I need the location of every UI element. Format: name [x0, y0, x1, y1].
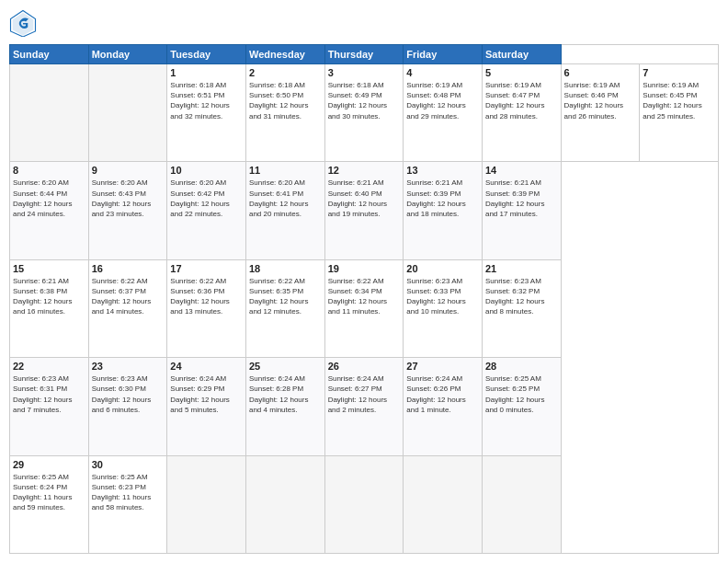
- week-row-1: 1 Sunrise: 6:18 AMSunset: 6:51 PMDayligh…: [10, 64, 719, 162]
- calendar-cell: [482, 455, 561, 553]
- calendar-cell: 6 Sunrise: 6:19 AMSunset: 6:46 PMDayligh…: [561, 64, 640, 162]
- calendar-cell: 25 Sunrise: 6:24 AMSunset: 6:28 PMDaylig…: [245, 358, 324, 455]
- day-info: Sunrise: 6:21 AMSunset: 6:38 PMDaylight:…: [13, 276, 85, 317]
- day-info: Sunrise: 6:20 AMSunset: 6:42 PMDaylight:…: [170, 178, 243, 219]
- day-info: Sunrise: 6:18 AMSunset: 6:50 PMDaylight:…: [249, 80, 322, 121]
- day-number: 13: [406, 165, 479, 176]
- day-info: Sunrise: 6:24 AMSunset: 6:27 PMDaylight:…: [328, 373, 401, 415]
- day-number: 7: [643, 67, 715, 78]
- day-info: Sunrise: 6:23 AMSunset: 6:31 PMDaylight:…: [13, 373, 85, 415]
- day-number: 8: [13, 165, 85, 176]
- day-number: 26: [328, 361, 401, 372]
- day-info: Sunrise: 6:24 AMSunset: 6:26 PMDaylight:…: [406, 373, 479, 415]
- weekday-header-monday: Monday: [88, 45, 167, 64]
- day-number: 25: [249, 361, 322, 372]
- calendar-cell: 23 Sunrise: 6:23 AMSunset: 6:30 PMDaylig…: [88, 358, 167, 455]
- day-number: 10: [170, 165, 243, 176]
- day-info: Sunrise: 6:22 AMSunset: 6:35 PMDaylight:…: [249, 276, 322, 317]
- calendar-cell: 7 Sunrise: 6:19 AMSunset: 6:45 PMDayligh…: [640, 64, 719, 162]
- day-number: 19: [328, 263, 401, 274]
- weekday-header-wednesday: Wednesday: [245, 45, 324, 64]
- day-info: Sunrise: 6:19 AMSunset: 6:47 PMDaylight:…: [485, 80, 558, 121]
- day-info: Sunrise: 6:24 AMSunset: 6:28 PMDaylight:…: [249, 373, 322, 415]
- day-info: Sunrise: 6:20 AMSunset: 6:43 PMDaylight:…: [92, 178, 165, 219]
- week-row-3: 15 Sunrise: 6:21 AMSunset: 6:38 PMDaylig…: [10, 259, 719, 357]
- day-number: 30: [92, 459, 165, 470]
- calendar-cell: 9 Sunrise: 6:20 AMSunset: 6:43 PMDayligh…: [88, 162, 167, 259]
- weekday-header-row: SundayMondayTuesdayWednesdayThursdayFrid…: [10, 45, 719, 64]
- day-number: 14: [485, 165, 558, 176]
- calendar-cell: 10 Sunrise: 6:20 AMSunset: 6:42 PMDaylig…: [167, 162, 246, 259]
- calendar-cell: 8 Sunrise: 6:20 AMSunset: 6:44 PMDayligh…: [10, 162, 89, 259]
- day-info: Sunrise: 6:21 AMSunset: 6:39 PMDaylight:…: [406, 178, 479, 219]
- calendar-cell: 26 Sunrise: 6:24 AMSunset: 6:27 PMDaylig…: [324, 358, 404, 455]
- calendar-cell: [404, 455, 483, 553]
- day-number: 1: [170, 67, 243, 78]
- calendar-cell: 18 Sunrise: 6:22 AMSunset: 6:35 PMDaylig…: [245, 259, 324, 357]
- weekday-header-thursday: Thursday: [324, 45, 404, 64]
- day-info: Sunrise: 6:20 AMSunset: 6:41 PMDaylight:…: [249, 178, 322, 219]
- calendar-cell: 11 Sunrise: 6:20 AMSunset: 6:41 PMDaylig…: [245, 162, 324, 259]
- day-info: Sunrise: 6:23 AMSunset: 6:33 PMDaylight:…: [406, 276, 479, 317]
- day-info: Sunrise: 6:23 AMSunset: 6:32 PMDaylight:…: [485, 276, 558, 317]
- day-number: 12: [328, 165, 401, 176]
- page: SundayMondayTuesdayWednesdayThursdayFrid…: [0, 0, 728, 563]
- day-number: 20: [406, 263, 479, 274]
- weekday-header-tuesday: Tuesday: [167, 45, 246, 64]
- weekday-header-sunday: Sunday: [10, 45, 89, 64]
- calendar-cell: 3 Sunrise: 6:18 AMSunset: 6:49 PMDayligh…: [324, 64, 404, 162]
- calendar-cell: 27 Sunrise: 6:24 AMSunset: 6:26 PMDaylig…: [404, 358, 483, 455]
- calendar-cell: [167, 455, 246, 553]
- week-row-2: 8 Sunrise: 6:20 AMSunset: 6:44 PMDayligh…: [10, 162, 719, 259]
- calendar-cell: 17 Sunrise: 6:22 AMSunset: 6:36 PMDaylig…: [167, 259, 246, 357]
- day-number: 11: [249, 165, 322, 176]
- calendar-cell: 14 Sunrise: 6:21 AMSunset: 6:39 PMDaylig…: [482, 162, 561, 259]
- calendar-cell: 5 Sunrise: 6:19 AMSunset: 6:47 PMDayligh…: [482, 64, 561, 162]
- day-number: 4: [406, 67, 479, 78]
- calendar-cell: [88, 64, 167, 162]
- day-info: Sunrise: 6:19 AMSunset: 6:48 PMDaylight:…: [406, 80, 479, 121]
- day-number: 2: [249, 67, 322, 78]
- day-number: 18: [249, 263, 322, 274]
- day-info: Sunrise: 6:25 AMSunset: 6:23 PMDaylight:…: [92, 472, 165, 513]
- day-number: 23: [92, 361, 165, 372]
- calendar-table: SundayMondayTuesdayWednesdayThursdayFrid…: [9, 44, 719, 554]
- calendar-cell: 19 Sunrise: 6:22 AMSunset: 6:34 PMDaylig…: [324, 259, 404, 357]
- calendar-cell: [245, 455, 324, 553]
- weekday-header-saturday: Saturday: [482, 45, 561, 64]
- header: [9, 9, 719, 37]
- week-row-5: 29 Sunrise: 6:25 AMSunset: 6:24 PMDaylig…: [10, 455, 719, 553]
- logo: [9, 9, 40, 37]
- day-number: 21: [485, 263, 558, 274]
- calendar-cell: [324, 455, 404, 553]
- calendar-cell: 4 Sunrise: 6:19 AMSunset: 6:48 PMDayligh…: [404, 64, 483, 162]
- calendar-cell: 30 Sunrise: 6:25 AMSunset: 6:23 PMDaylig…: [88, 455, 167, 553]
- week-row-4: 22 Sunrise: 6:23 AMSunset: 6:31 PMDaylig…: [10, 358, 719, 455]
- day-info: Sunrise: 6:25 AMSunset: 6:25 PMDaylight:…: [485, 373, 558, 415]
- day-number: 22: [13, 361, 85, 372]
- day-info: Sunrise: 6:20 AMSunset: 6:44 PMDaylight:…: [13, 178, 85, 219]
- day-info: Sunrise: 6:18 AMSunset: 6:49 PMDaylight:…: [328, 80, 401, 121]
- calendar-cell: 28 Sunrise: 6:25 AMSunset: 6:25 PMDaylig…: [482, 358, 561, 455]
- calendar-cell: 20 Sunrise: 6:23 AMSunset: 6:33 PMDaylig…: [404, 259, 483, 357]
- day-info: Sunrise: 6:19 AMSunset: 6:45 PMDaylight:…: [643, 80, 715, 121]
- day-number: 28: [485, 361, 558, 372]
- weekday-header-friday: Friday: [404, 45, 483, 64]
- day-info: Sunrise: 6:21 AMSunset: 6:40 PMDaylight:…: [328, 178, 401, 219]
- day-number: 9: [92, 165, 165, 176]
- day-number: 5: [485, 67, 558, 78]
- day-info: Sunrise: 6:19 AMSunset: 6:46 PMDaylight:…: [564, 80, 637, 121]
- calendar-cell: 1 Sunrise: 6:18 AMSunset: 6:51 PMDayligh…: [167, 64, 246, 162]
- day-info: Sunrise: 6:22 AMSunset: 6:37 PMDaylight:…: [92, 276, 165, 317]
- calendar-cell: [10, 64, 89, 162]
- calendar-cell: 16 Sunrise: 6:22 AMSunset: 6:37 PMDaylig…: [88, 259, 167, 357]
- day-info: Sunrise: 6:22 AMSunset: 6:34 PMDaylight:…: [328, 276, 401, 317]
- calendar-cell: 29 Sunrise: 6:25 AMSunset: 6:24 PMDaylig…: [10, 455, 89, 553]
- day-number: 24: [170, 361, 243, 372]
- calendar-cell: 13 Sunrise: 6:21 AMSunset: 6:39 PMDaylig…: [404, 162, 483, 259]
- day-number: 17: [170, 263, 243, 274]
- day-info: Sunrise: 6:18 AMSunset: 6:51 PMDaylight:…: [170, 80, 243, 121]
- calendar-cell: 15 Sunrise: 6:21 AMSunset: 6:38 PMDaylig…: [10, 259, 89, 357]
- calendar-cell: 2 Sunrise: 6:18 AMSunset: 6:50 PMDayligh…: [245, 64, 324, 162]
- day-number: 29: [13, 459, 85, 470]
